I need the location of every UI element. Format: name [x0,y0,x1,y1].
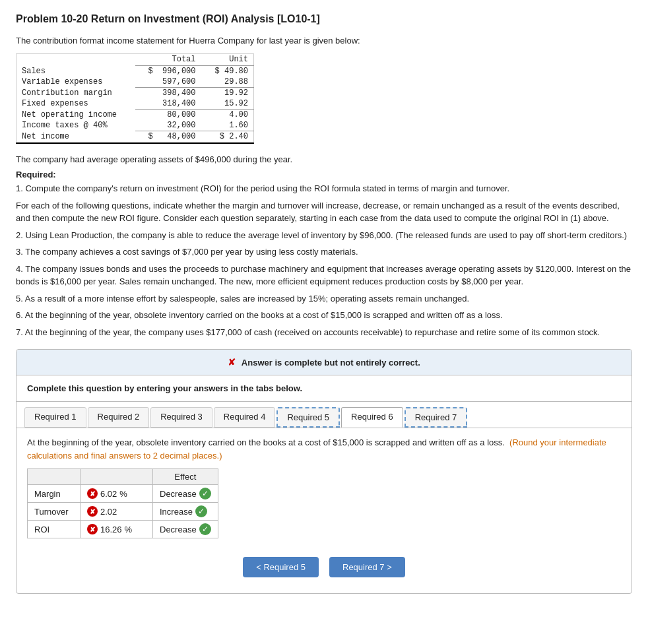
margin-value: 6.02 [100,489,117,499]
roi-percent: % [125,525,133,534]
nav-buttons: < Required 5 Required 7 > [27,549,621,585]
error-icon: ✘ [228,356,236,368]
tab-required5[interactable]: Required 5 [276,407,340,428]
operating-assets-text: The company had average operating assets… [16,154,632,164]
col-header-blank [28,469,81,485]
tab6-note: (Round your intermediate calculations an… [27,437,606,461]
table-row: Income taxes @ 40% 32,000 1.60 [16,120,254,131]
col-header-effect: Effect [153,469,218,485]
tab-required4[interactable]: Required 4 [214,407,276,428]
turnover-error-badge: ✘ [87,506,98,517]
margin-effect-check: ✓ [199,488,211,499]
margin-effect-cell: Decrease ✓ [153,485,218,503]
intro-text: The contribution format income statement… [16,36,632,46]
table-row: Variable expenses 597,600 29.88 [16,77,254,88]
body-paragraphs: 1. Compute the company's return on inves… [16,182,632,338]
status-text: Answer is complete but not entirely corr… [242,358,420,368]
turnover-effect-text: Increase [160,507,193,517]
roi-effect-text: Decrease [160,525,197,534]
margin-effect-text: Decrease [160,489,197,499]
table-row: Sales $ 996,000 $ 49.80 [16,66,254,77]
table-row: Net operating income 80,000 4.00 [16,110,254,121]
roi-value-cell: ✘ 16.26 % [81,521,153,538]
answer-status: ✘ Answer is complete but not entirely co… [16,350,632,375]
answer-instruction: Complete this question by entering your … [16,375,632,402]
roi-effect-check: ✓ [199,523,211,535]
tab-required6[interactable]: Required 6 [341,407,403,428]
paragraph-5: 4. The company issues bonds and uses the… [16,263,632,288]
tab6-description: At the beginning of the year, obsolete i… [27,436,621,462]
prev-button[interactable]: < Required 5 [243,557,319,577]
effect-table: Effect Margin ✘ 6.02 % [27,468,232,538]
margin-percent: % [119,489,127,499]
paragraph-2: For each of the following questions, ind… [16,199,632,225]
roi-row: ROI ✘ 16.26 % Decrease ✓ [28,521,232,538]
turnover-row: Turnover ✘ 2.02 Increase ✓ [28,503,232,521]
required-label: Required: [16,170,632,179]
next-button[interactable]: Required 7 > [329,557,405,577]
margin-label: Margin [28,485,81,503]
col-header-check [218,469,232,485]
page-title: Problem 10-20 Return on Investment (ROI)… [16,13,632,25]
tabs-row: Required 1 Required 2 Required 3 Require… [16,402,632,428]
table-row: Net income $ 48,000 $ 2.40 [16,131,254,143]
roi-error-badge: ✘ [87,524,98,534]
paragraph-7: 6. At the beginning of the year, obsolet… [16,309,632,322]
table-row: Fixed expenses 318,400 15.92 [16,98,254,110]
paragraph-6: 5. As a result of a more intense effort … [16,292,632,306]
roi-label: ROI [28,521,81,538]
paragraph-8: 7. At the beginning of the year, the com… [16,326,632,339]
margin-row: Margin ✘ 6.02 % Decrease ✓ [28,485,232,503]
turnover-label: Turnover [28,503,81,521]
col-header-value [81,469,153,485]
turnover-value: 2.02 [100,507,117,517]
col-header-total: Total [135,54,201,66]
table-row: Contribution margin 398,400 19.92 [16,88,254,99]
margin-error-badge: ✘ [87,488,98,499]
paragraph-4: 3. The company achieves a cost savings o… [16,245,632,259]
col-header-unit: Unit [201,54,254,66]
roi-value: 16.26 [100,525,122,534]
answer-box: ✘ Answer is complete but not entirely co… [16,349,632,594]
tab6-content: At the beginning of the year, obsolete i… [16,428,632,593]
financial-table: Total Unit Sales $ 996,000 $ 49.80 Varia… [16,53,254,144]
roi-effect-cell: Decrease ✓ [153,521,218,538]
margin-value-cell: ✘ 6.02 % [81,485,153,503]
turnover-effect-check: ✓ [195,505,207,517]
turnover-value-cell: ✘ 2.02 [81,503,153,521]
paragraph-1: 1. Compute the company's return on inves… [16,182,632,195]
tab-required7[interactable]: Required 7 [405,407,468,428]
paragraph-3: 2. Using Lean Production, the company is… [16,229,632,242]
tab-required2[interactable]: Required 2 [88,407,150,428]
tab-required1[interactable]: Required 1 [24,407,86,428]
tab-required3[interactable]: Required 3 [150,407,212,428]
turnover-effect-cell: Increase ✓ [153,503,218,521]
